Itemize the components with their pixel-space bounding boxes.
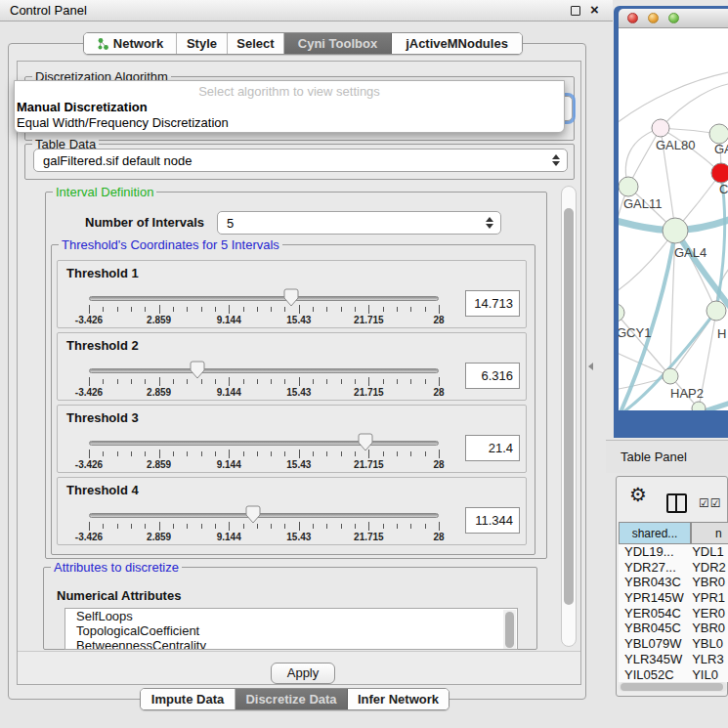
table-row[interactable]: YDR27...YDR2	[619, 560, 728, 576]
tab-label: Style	[187, 36, 217, 51]
threshold-value-field[interactable]: 21.4	[465, 435, 520, 461]
column-header-shared[interactable]: shared...	[619, 522, 691, 544]
close-icon[interactable]: ×	[590, 1, 599, 18]
node-label: GAL11	[623, 196, 663, 211]
checkbox-icons[interactable]: ☑☑	[699, 496, 722, 510]
cell-shared-name[interactable]: YBR045C	[619, 621, 692, 636]
cell-shared-name[interactable]: YDR27...	[619, 560, 692, 576]
attribute-item[interactable]: BetweennessCentrality	[65, 638, 517, 650]
slider-thumb[interactable]	[283, 288, 299, 307]
cell-shared-name[interactable]: YLR345W	[619, 652, 692, 667]
table-hscrollbar[interactable]	[619, 682, 727, 692]
network-edge[interactable]	[619, 313, 670, 376]
cell-name[interactable]: YLR3	[692, 652, 728, 667]
network-edge-highlighted[interactable]	[675, 231, 728, 312]
green-traffic-light-icon[interactable]	[668, 13, 679, 23]
panel-scrollbar[interactable]	[561, 186, 577, 647]
right-node[interactable]	[707, 301, 726, 321]
threshold-panel: Threshold 2-3.4262.8599.14415.4321.71528…	[57, 332, 527, 401]
float-window-icon[interactable]	[571, 6, 580, 16]
cell-name[interactable]: YDR2	[692, 560, 728, 576]
table-row[interactable]: YBR045CYBR0	[619, 621, 728, 636]
tab-cyni-toolbox[interactable]: Cyni Toolbox	[284, 33, 392, 54]
threshold-value-field[interactable]: 11.344	[465, 507, 520, 534]
table-row[interactable]: YDL19...YDL1	[619, 544, 728, 560]
algorithm-option[interactable]: Equal Width/Frequency Discretization	[15, 114, 564, 130]
slider-track[interactable]	[89, 368, 439, 373]
tab-select[interactable]: Select	[228, 33, 284, 54]
node-label: GAL80	[656, 138, 695, 152]
number-of-intervals-combo[interactable]: 5	[217, 211, 501, 235]
table-data-combo[interactable]: galFiltered.sif default node	[33, 149, 568, 172]
hap2-node[interactable]	[663, 368, 678, 384]
scrollbar-thumb[interactable]	[505, 612, 514, 648]
slider-thumb[interactable]	[245, 505, 261, 524]
tab-infer-network[interactable]: Infer Network	[348, 689, 449, 709]
cell-name[interactable]: YER0	[692, 606, 728, 621]
cell-name[interactable]: YDL1	[692, 544, 728, 560]
gal80-node[interactable]	[652, 119, 669, 137]
slider-thumb[interactable]	[190, 361, 205, 379]
table-row[interactable]: YLR345WYLR3	[619, 652, 728, 667]
tab-network[interactable]: Network	[84, 33, 177, 54]
list-scrollbar[interactable]	[503, 610, 516, 650]
cell-shared-name[interactable]: YBL079W	[619, 636, 692, 652]
table-row[interactable]: YER054CYER0	[619, 606, 728, 621]
scrollbar-thumb[interactable]	[564, 208, 574, 605]
cell-shared-name[interactable]: YBR043C	[619, 575, 692, 590]
network-edge[interactable]	[661, 83, 728, 128]
tab-discretize-data[interactable]: Discretize Data	[236, 689, 348, 709]
tab-label: Cyni Toolbox	[298, 36, 377, 51]
cell-name[interactable]: YPR1	[692, 590, 728, 606]
topright-node[interactable]	[709, 124, 728, 144]
threshold-label: Threshold 3	[66, 410, 139, 425]
tab-jactivemnodules[interactable]: jActiveMNodules	[392, 33, 522, 54]
cell-name[interactable]: YIL0	[692, 667, 728, 683]
table-panel-title: Table Panel	[621, 450, 687, 464]
table-row[interactable]: YIL052CYIL0	[619, 667, 728, 683]
cell-shared-name[interactable]: YIL052C	[619, 667, 692, 683]
attribute-item[interactable]: TopologicalCoefficient	[65, 623, 517, 638]
node-label: GAL4	[674, 245, 707, 260]
apply-button[interactable]: Apply	[271, 663, 335, 684]
slider-track[interactable]	[89, 513, 439, 518]
table-row[interactable]: YBL079WYBL0	[619, 636, 728, 652]
numerical-attributes-list[interactable]: SelfLoopsTopologicalCoefficientBetweenne…	[64, 608, 518, 650]
slider-track[interactable]	[89, 441, 439, 446]
column-header-name[interactable]: n	[691, 522, 728, 544]
slider-thumb[interactable]	[358, 433, 373, 451]
cell-name[interactable]: YBR0	[692, 621, 728, 636]
yellow-traffic-light-icon[interactable]	[648, 13, 659, 23]
gal4-node[interactable]	[663, 218, 688, 243]
cell-name[interactable]: YBR0	[692, 575, 728, 590]
node-label: C	[719, 182, 728, 196]
slider-track[interactable]	[89, 296, 439, 301]
node-label: HAP2	[670, 386, 704, 401]
table-row[interactable]: YPR145WYPR1	[619, 590, 728, 606]
table-row[interactable]: YBR043CYBR0	[619, 575, 728, 590]
gcy1-node[interactable]	[619, 304, 624, 321]
gal11-node[interactable]	[619, 177, 638, 196]
scrollbar-thumb[interactable]	[621, 683, 723, 691]
panel-divider-handle[interactable]	[588, 363, 593, 370]
red-traffic-light-icon[interactable]	[627, 13, 638, 23]
algorithm-option[interactable]: Manual Discretization	[15, 99, 564, 114]
gear-icon[interactable]: ⚙	[629, 485, 647, 504]
network-view[interactable]: GAL80GACGAL11GAL4GCY1HHAP2	[619, 28, 728, 410]
slider-ticks	[89, 377, 439, 387]
cell-shared-name[interactable]: YDL19...	[619, 544, 692, 560]
threshold-value-field[interactable]: 6.316	[465, 363, 520, 389]
threshold-value-field[interactable]: 14.713	[465, 290, 520, 317]
bottom-node[interactable]	[692, 402, 706, 410]
column-view-icon[interactable]	[666, 493, 687, 513]
cell-shared-name[interactable]: YER054C	[619, 606, 692, 621]
attribute-item[interactable]: SelfLoops	[65, 609, 517, 623]
slider-tick-labels: -3.4262.8599.14415.4321.71528	[89, 315, 439, 326]
control-panel-titlebar: Control Panel	[0, 0, 613, 21]
cell-shared-name[interactable]: YPR145W	[619, 590, 692, 606]
red-node[interactable]	[711, 163, 728, 183]
tab-impute-data[interactable]: Impute Data	[141, 689, 236, 709]
network-edge[interactable]	[619, 71, 728, 126]
tab-style[interactable]: Style	[177, 33, 228, 54]
cell-name[interactable]: YBL0	[692, 636, 728, 652]
